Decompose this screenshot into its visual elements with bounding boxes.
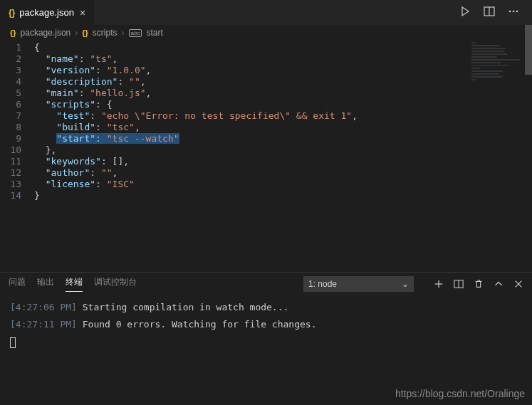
code-line[interactable]: "version": "1.0.0", (34, 65, 358, 76)
chevron-right-icon: › (75, 28, 78, 38)
minimap[interactable] (471, 42, 525, 85)
line-number: 6 (0, 99, 21, 110)
code-line[interactable]: "name": "ts", (34, 53, 358, 65)
json-icon: {} (9, 8, 15, 18)
tab-package-json[interactable]: {} package.json × (0, 0, 95, 25)
svg-point-3 (513, 11, 515, 13)
tab-terminal[interactable]: 终端 (66, 276, 83, 292)
line-number: 12 (0, 167, 21, 179)
code-line[interactable]: "author": "", (34, 167, 358, 179)
trash-icon[interactable] (474, 279, 484, 289)
chevron-right-icon: › (122, 28, 125, 38)
abc-icon: abc (129, 29, 142, 37)
code-line[interactable]: "keywords": [], (34, 156, 358, 167)
tab-bar: {} package.json × (0, 0, 532, 25)
line-number: 10 (0, 144, 21, 156)
new-terminal-icon[interactable] (434, 279, 444, 289)
run-icon[interactable] (459, 6, 471, 19)
line-number: 3 (0, 65, 21, 76)
chevron-down-icon: ⌄ (402, 279, 409, 289)
tab-label: package.json (19, 7, 74, 18)
code-line[interactable]: "test": "echo \"Error: no test specified… (34, 110, 358, 122)
terminal-selector-label: 1: node (308, 279, 337, 289)
json-icon: {} (10, 28, 16, 37)
editor-actions (459, 6, 532, 19)
tab-debug[interactable]: 调试控制台 (94, 276, 137, 291)
terminal[interactable]: [4:27:06 PM] Starting compilation in wat… (0, 295, 532, 391)
code-line[interactable]: "license": "ISC" (34, 179, 358, 190)
line-number: 1 (0, 42, 21, 53)
terminal-cursor (10, 335, 522, 352)
close-icon[interactable]: × (78, 7, 87, 19)
code-line[interactable]: "build": "tsc", (34, 122, 358, 133)
svg-point-4 (516, 11, 518, 13)
line-number: 11 (0, 156, 21, 167)
code-content[interactable]: { "name": "ts", "version": "1.0.0", "des… (34, 41, 358, 272)
svg-point-2 (509, 11, 511, 13)
line-number: 2 (0, 53, 21, 65)
code-line[interactable]: "description": "", (34, 76, 358, 88)
line-gutter: 1234567891011121314 (0, 41, 34, 272)
code-line[interactable]: } (34, 190, 358, 201)
terminal-selector[interactable]: 1: node ⌄ (303, 276, 414, 292)
panel-actions (434, 279, 523, 289)
chevron-up-icon[interactable] (494, 279, 504, 289)
code-line[interactable]: "start": "tsc --watch" (34, 133, 358, 144)
line-number: 14 (0, 190, 21, 201)
braces-icon: {} (82, 28, 88, 37)
tab-output[interactable]: 输出 (37, 276, 54, 291)
tab-problems[interactable]: 问题 (9, 276, 26, 291)
split-terminal-icon[interactable] (454, 279, 464, 289)
code-line[interactable]: "main": "hello.js", (34, 88, 358, 99)
split-editor-icon[interactable] (484, 6, 495, 19)
editor[interactable]: 1234567891011121314 { "name": "ts", "ver… (0, 41, 532, 272)
code-line[interactable]: { (34, 42, 358, 53)
terminal-line: [4:27:11 PM] Found 0 errors. Watching fo… (10, 317, 522, 332)
line-number: 9 (0, 133, 21, 144)
breadcrumb-start: start (146, 28, 162, 38)
watermark: https://blog.csdn.net/Oralinge (395, 388, 525, 399)
breadcrumb-file: package.json (21, 28, 71, 38)
code-line[interactable]: "scripts": { (34, 99, 358, 110)
panel-bar: 问题 输出 终端 调试控制台 1: node ⌄ (0, 272, 532, 295)
line-number: 4 (0, 76, 21, 88)
scrollbar[interactable] (525, 25, 532, 75)
terminal-line: [4:27:06 PM] Starting compilation in wat… (10, 300, 522, 315)
close-panel-icon[interactable] (513, 279, 523, 289)
breadcrumb-scripts: scripts (93, 28, 118, 38)
line-number: 13 (0, 179, 21, 190)
line-number: 5 (0, 88, 21, 99)
more-icon[interactable] (508, 6, 519, 19)
line-number: 8 (0, 122, 21, 133)
code-line[interactable]: }, (34, 144, 358, 156)
breadcrumb[interactable]: {} package.json › {} scripts › abc start (0, 25, 532, 41)
line-number: 7 (0, 110, 21, 122)
